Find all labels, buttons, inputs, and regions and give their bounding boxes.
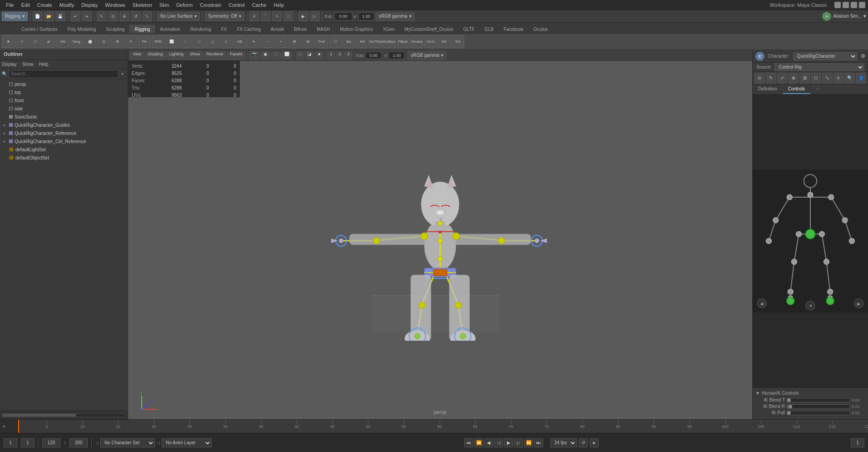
hik-blend-t-slider[interactable] [787,398,850,402]
tree-item-front[interactable]: front [0,96,128,104]
lasso-tool-btn[interactable]: ⊙ [108,11,118,21]
prev-key-btn[interactable]: ◀ [484,438,493,447]
hik-blend-t-handle[interactable] [787,398,791,402]
shelf-icon-grid[interactable]: ⊟ [302,35,314,48]
snap-view-btn[interactable]: □ [283,11,293,21]
tree-item-reference[interactable]: ▸ QuickRigCharacter_Reference [0,129,128,137]
shelf-tab-rendering[interactable]: Rendering [185,25,216,33]
shelf-icon-uvc[interactable]: UV-C [424,35,437,48]
shelf-tab-xgen[interactable]: XGen [378,25,400,33]
tab-extra[interactable]: ··· [810,84,825,94]
shelf-icon-bind[interactable]: ⬡ [29,35,42,48]
shelf-icon-star[interactable]: ✦ [247,35,260,48]
prev-frame-btn[interactable]: ⏪ [474,438,483,447]
shelf-icon-joint[interactable]: ⊕ [2,35,15,48]
menu-constrain[interactable]: Constrain [197,1,224,9]
hik-tool2[interactable]: ✎ [766,73,776,84]
shelf-tab-animation[interactable]: Animation [155,25,185,33]
shelf-icon-fpe[interactable]: FPE [152,35,164,48]
shelf-icon-oc[interactable]: Oculus [411,35,423,48]
snap-point-btn[interactable]: + [272,11,282,21]
shelf-tab-mash[interactable]: MASH [312,25,335,33]
shelf-icon-fbx[interactable]: fbx [342,35,355,48]
auto-key-btn[interactable]: ● [590,438,599,447]
hik-tool1[interactable]: ⊙ [754,73,765,84]
hik-tool10[interactable]: 👤 [856,73,866,84]
vp-camera-btn[interactable]: 📷 [249,51,260,60]
rotate-tool-btn[interactable]: ↺ [131,11,141,21]
shelf-tab-mycustom[interactable]: MyCustomShelf_Oculus [400,25,458,33]
menu-create[interactable]: Create [34,1,55,9]
shelf-icon-gltfsel[interactable]: GLTFsel [370,35,382,48]
shelf-icon-arrow[interactable]: → [261,35,273,48]
menu-deform[interactable]: Deform [173,1,196,9]
shelf-icon-vn[interactable]: VN [56,35,69,48]
hik-tool3[interactable]: ⤢ [777,73,788,84]
menu-edit[interactable]: Edit [18,1,33,9]
vp-exposure-val[interactable]: 0.00 [365,52,382,59]
vp-shading1-btn[interactable]: □ [296,51,304,60]
menu-file[interactable]: File [3,1,17,9]
shelf-icon-tang[interactable]: Tang [70,35,83,48]
timeline-playhead[interactable] [18,420,19,433]
frame-current-input[interactable] [21,438,35,447]
shelf-tab-bifrost[interactable]: Bifrost [289,25,312,33]
menu-control[interactable]: Control [225,1,248,9]
vp-quality3-btn[interactable]: 3 [344,51,352,60]
undo-btn[interactable]: ↩ [70,11,80,21]
vp-menu-lighting[interactable]: Lighting [166,51,186,60]
tree-item-ctrlref[interactable]: ▸ QuickRigCharacter_Ctrl_Reference [0,137,128,145]
tree-item-top[interactable]: top [0,88,128,96]
next-frame-btn[interactable]: ⏩ [524,438,533,447]
menu-help[interactable]: Help [270,1,287,9]
live-surface-dropdown[interactable]: No Live Surface ▾ [157,12,200,21]
hik-blend-r-slider[interactable] [787,404,850,409]
ipr-btn[interactable]: ▷ [310,11,320,21]
go-start-btn[interactable]: ⏮ [464,438,473,447]
vp-quality1-btn[interactable]: 1 [327,51,335,60]
gamma-value[interactable]: 1.00 [358,12,374,20]
character-dropdown[interactable]: QuickRigCharacter [793,52,857,60]
menu-display[interactable]: Display [78,1,101,9]
hik-tool4[interactable]: ⊕ [788,73,799,84]
menu-windows[interactable]: Windows [102,1,129,9]
vp-quality2-btn[interactable]: 2 [336,51,343,60]
menu-skeleton[interactable]: Skeleton [129,1,155,9]
vp-shading3-btn[interactable]: ■ [315,51,323,60]
viewport[interactable]: View Shading Lighting Show Renderer Pane… [128,50,752,419]
tree-item-persp[interactable]: persp [0,80,128,88]
frame-start-input[interactable] [4,438,17,447]
hik-blend-r-handle[interactable] [789,405,792,408]
shelf-icon-paint[interactable]: 🖌 [43,35,55,48]
shelf-tab-facebook[interactable]: Facebook [499,25,529,33]
vp-menu-panels[interactable]: Panels [227,51,245,60]
vp-menu-show[interactable]: Show [187,51,203,60]
vp-layout1-btn[interactable]: ▣ [261,51,270,60]
gamma-profile-dropdown[interactable]: sRGB gamma ▾ [376,12,415,21]
redo-btn[interactable]: ↪ [82,11,92,21]
tab-controls[interactable]: Controls [783,84,810,94]
shelf-icon-hex[interactable]: ⬡ [329,35,342,48]
shelf-tab-polymodeling[interactable]: Poly Modeling [62,25,101,33]
symmetry-dropdown[interactable]: Symmetry: Off ▾ [205,12,244,21]
tab-definition[interactable]: Definition [753,84,783,94]
shelf-icon-gear[interactable]: ⚙ [111,35,124,48]
tree-item-lightset[interactable]: defaultLightSet [0,145,128,154]
shelf-icon-sphere[interactable]: ○ [179,35,192,48]
menu-modify[interactable]: Modify [56,1,77,9]
hik-tool9[interactable]: 🔍 [844,73,855,84]
shelf-icon-pref[interactable]: Pref [315,35,328,48]
next-key-btn[interactable]: ▷ [514,438,523,447]
search-options-btn[interactable]: ▾ [119,70,126,78]
loop-toggle-btn[interactable]: ↺ [579,438,588,447]
play-fwd-btn[interactable]: ▶ [504,438,513,447]
shelf-icon-settings[interactable]: ≡ [124,35,137,48]
shelf-tab-curves[interactable]: Curves / Surfaces [16,25,62,33]
vp-layout3-btn[interactable]: ⬜ [282,51,292,60]
go-end-btn[interactable]: ⏭ [534,438,543,447]
timeline-ruler[interactable]: 1510152025303540455055606570758085909510… [18,420,868,433]
play-back-btn[interactable]: ◁ [494,438,503,447]
shelf-tab-arnold[interactable]: Arnold [266,25,289,33]
shelf-icon-cluster[interactable]: ⬤ [84,35,96,48]
shelf-tab-glb[interactable]: GLB [480,25,499,33]
